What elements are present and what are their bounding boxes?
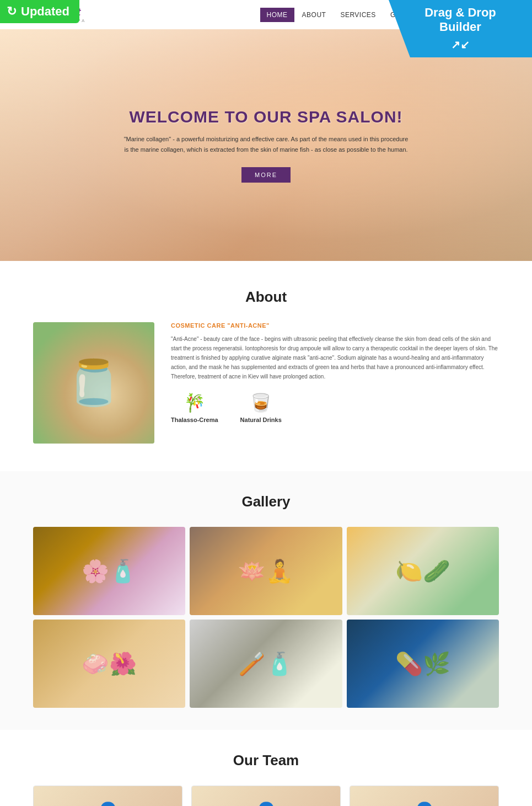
- about-title: About: [33, 289, 499, 306]
- thalasso-label: Thalasso-Crema: [171, 417, 218, 423]
- about-body: "Anti-Acne" - beauty care of the face - …: [171, 334, 499, 381]
- gallery-item-2[interactable]: [190, 527, 342, 615]
- gallery-item-3[interactable]: [347, 527, 499, 615]
- team-grid: 👤 👤 👤: [33, 786, 499, 806]
- about-image: 🫙: [33, 322, 154, 444]
- hero-content: WELCOME TO OUR SPA SALON! "Marine collag…: [112, 108, 421, 182]
- hero-description: "Marine collagen" - a powerful moisturiz…: [123, 134, 410, 154]
- hero-more-button[interactable]: MORE: [241, 167, 291, 183]
- team-card-2: 👤: [191, 786, 341, 806]
- thalasso-icon: 🎋: [184, 392, 206, 413]
- gallery-item-6[interactable]: [347, 620, 499, 708]
- nav-link-services[interactable]: SERVICES: [334, 8, 382, 22]
- gallery-section: Gallery: [0, 471, 532, 730]
- hero-section: WELCOME TO OUR SPA SALON! "Marine collag…: [0, 29, 532, 261]
- updated-badge: ↻ Updated: [0, 0, 79, 23]
- updated-label: Updated: [21, 4, 69, 19]
- team-avatar-1: 👤: [34, 786, 182, 806]
- hero-title: WELCOME TO OUR SPA SALON!: [123, 108, 410, 126]
- nav-link-home[interactable]: HOME: [260, 8, 294, 22]
- team-title: Our Team: [33, 752, 499, 769]
- nav-item-about[interactable]: ABOUT: [295, 8, 333, 22]
- dnd-label: Drag & DropBuilder: [400, 6, 521, 35]
- mortar-icon: 🫙: [66, 357, 121, 409]
- drinks-icon: 🥃: [250, 392, 272, 413]
- about-text-area: COSMETIC CARE "ANTI-ACNE" "Anti-Acne" - …: [171, 322, 499, 423]
- gallery-title: Gallery: [33, 493, 499, 510]
- nav-item-home[interactable]: HOME: [260, 8, 294, 22]
- nav-link-about[interactable]: ABOUT: [295, 8, 333, 22]
- about-subtitle: COSMETIC CARE "ANTI-ACNE": [171, 322, 499, 329]
- drinks-label: Natural Drinks: [240, 417, 282, 423]
- team-card-3: 👤: [350, 786, 499, 806]
- about-icons-row: 🎋 Thalasso-Crema 🥃 Natural Drinks: [171, 392, 499, 423]
- dnd-icon: ↗↙: [451, 38, 470, 51]
- about-img-inner: 🫙: [33, 322, 154, 444]
- refresh-icon: ↻: [7, 4, 17, 19]
- about-icon-thalasso: 🎋 Thalasso-Crema: [171, 392, 218, 423]
- about-inner: 🫙 COSMETIC CARE "ANTI-ACNE" "Anti-Acne" …: [33, 322, 499, 444]
- team-card-1: 👤: [33, 786, 182, 806]
- gallery-grid: [33, 527, 499, 708]
- about-icon-drinks: 🥃 Natural Drinks: [240, 392, 282, 423]
- team-avatar-3: 👤: [350, 786, 498, 806]
- about-section: About 🫙 COSMETIC CARE "ANTI-ACNE" "Anti-…: [0, 261, 532, 471]
- nav-item-services[interactable]: SERVICES: [334, 8, 382, 22]
- team-section: Our Team 👤 👤 👤: [0, 730, 532, 806]
- gallery-item-4[interactable]: [33, 620, 185, 708]
- page-wrapper: ↻ Updated Drag & DropBuilder ↗↙ 🌿 vibran…: [0, 0, 532, 806]
- team-avatar-2: 👤: [192, 786, 340, 806]
- gallery-item-1[interactable]: [33, 527, 185, 615]
- gallery-item-5[interactable]: [190, 620, 342, 708]
- dnd-badge: Drag & DropBuilder ↗↙: [389, 0, 532, 57]
